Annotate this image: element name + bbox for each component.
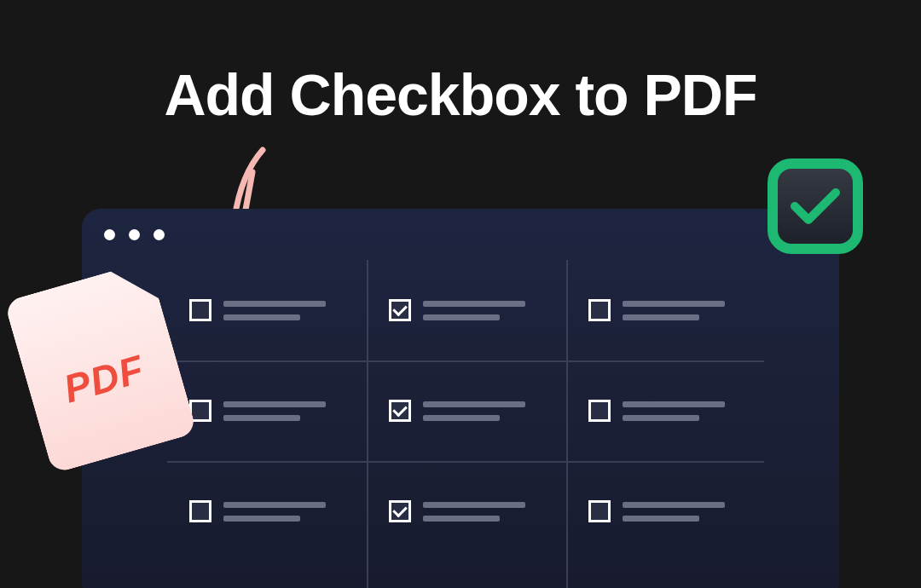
placeholder-line (223, 415, 300, 421)
grid-cell (367, 360, 566, 461)
grid-cell (367, 260, 566, 360)
checkbox-empty-icon (189, 500, 211, 522)
placeholder-line (623, 516, 699, 522)
app-window (82, 209, 839, 588)
checkbox-empty-icon (588, 500, 611, 522)
placeholder-text-lines (423, 401, 525, 421)
placeholder-line (223, 401, 326, 407)
placeholder-line (623, 301, 725, 307)
grid-cell (367, 461, 566, 562)
placeholder-text-lines (623, 401, 725, 421)
placeholder-line (423, 415, 500, 421)
checkbox-checked-icon (389, 500, 411, 522)
placeholder-text-lines (623, 301, 725, 320)
checkbox-empty-icon (588, 299, 611, 321)
placeholder-text-lines (423, 502, 525, 522)
grid-cell (167, 461, 367, 562)
traffic-light-dot (129, 229, 140, 240)
placeholder-line (623, 314, 699, 320)
placeholder-text-lines (423, 301, 525, 320)
window-traffic-lights-icon (104, 229, 165, 240)
placeholder-line (223, 314, 300, 320)
page-title: Add Checkbox to PDF (0, 61, 921, 128)
checkmark-icon (790, 186, 841, 227)
grid-cell (167, 260, 367, 360)
placeholder-line (223, 502, 326, 508)
grid-cell (566, 260, 766, 360)
checkmark-badge (768, 159, 863, 254)
traffic-light-dot (104, 229, 115, 240)
placeholder-line (623, 401, 725, 407)
checkbox-checked-icon (389, 400, 411, 422)
grid-cell (167, 360, 367, 461)
placeholder-text-lines (223, 502, 326, 522)
checkbox-empty-icon (189, 299, 211, 321)
placeholder-line (223, 301, 326, 307)
placeholder-line (423, 401, 525, 407)
placeholder-text-lines (223, 301, 326, 320)
grid-cell (566, 360, 766, 461)
checkbox-empty-icon (588, 400, 611, 422)
checkbox-grid (167, 260, 764, 588)
placeholder-line (623, 502, 725, 508)
placeholder-text-lines (223, 401, 326, 421)
placeholder-line (223, 516, 300, 522)
grid-cell (566, 461, 766, 562)
placeholder-line (423, 502, 525, 508)
placeholder-line (423, 314, 500, 320)
traffic-light-dot (154, 229, 165, 240)
placeholder-line (623, 415, 699, 421)
checkbox-checked-icon (389, 299, 411, 321)
placeholder-line (423, 516, 500, 522)
pdf-label: PDF (59, 345, 149, 412)
placeholder-line (423, 301, 525, 307)
placeholder-text-lines (623, 502, 725, 522)
